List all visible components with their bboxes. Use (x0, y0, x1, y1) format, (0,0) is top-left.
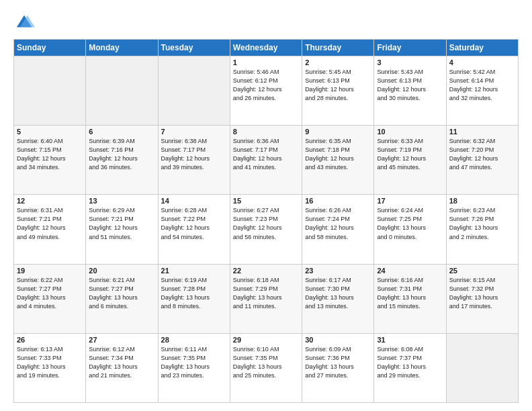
week-row-2: 5Sunrise: 6:40 AM Sunset: 7:15 PM Daylig… (14, 126, 519, 195)
calendar-cell: 1Sunrise: 5:46 AM Sunset: 6:12 PM Daylig… (230, 56, 302, 126)
calendar-cell: 7Sunrise: 6:38 AM Sunset: 7:17 PM Daylig… (158, 126, 230, 195)
day-info: Sunrise: 6:19 AM Sunset: 7:28 PM Dayligh… (161, 276, 227, 311)
logo (13, 12, 38, 34)
day-number: 21 (161, 267, 227, 275)
weekday-header-row: SundayMondayTuesdayWednesdayThursdayFrid… (14, 40, 519, 56)
day-info: Sunrise: 6:36 AM Sunset: 7:17 PM Dayligh… (233, 137, 299, 172)
header (13, 12, 519, 34)
weekday-friday: Friday (374, 40, 446, 56)
day-info: Sunrise: 6:18 AM Sunset: 7:29 PM Dayligh… (233, 276, 299, 311)
weekday-thursday: Thursday (302, 40, 374, 56)
calendar-cell: 21Sunrise: 6:19 AM Sunset: 7:28 PM Dayli… (158, 264, 230, 333)
day-info: Sunrise: 6:22 AM Sunset: 7:27 PM Dayligh… (17, 276, 83, 311)
day-number: 4 (449, 58, 515, 66)
calendar-cell: 13Sunrise: 6:29 AM Sunset: 7:21 PM Dayli… (86, 195, 158, 264)
day-info: Sunrise: 6:38 AM Sunset: 7:17 PM Dayligh… (161, 137, 227, 172)
day-info: Sunrise: 6:35 AM Sunset: 7:18 PM Dayligh… (305, 137, 371, 172)
calendar-cell: 16Sunrise: 6:26 AM Sunset: 7:24 PM Dayli… (302, 195, 374, 264)
day-info: Sunrise: 6:40 AM Sunset: 7:15 PM Dayligh… (17, 137, 83, 172)
day-number: 1 (233, 58, 299, 66)
day-number: 29 (233, 336, 299, 344)
weekday-monday: Monday (86, 40, 158, 56)
day-number: 6 (89, 128, 154, 136)
calendar-cell: 2Sunrise: 5:45 AM Sunset: 6:13 PM Daylig… (302, 56, 374, 126)
day-number: 7 (161, 128, 227, 136)
calendar-cell: 14Sunrise: 6:28 AM Sunset: 7:22 PM Dayli… (158, 195, 230, 264)
day-number: 5 (17, 128, 83, 136)
calendar-cell: 9Sunrise: 6:35 AM Sunset: 7:18 PM Daylig… (302, 126, 374, 195)
calendar-cell: 6Sunrise: 6:39 AM Sunset: 7:16 PM Daylig… (86, 126, 158, 195)
day-info: Sunrise: 6:39 AM Sunset: 7:16 PM Dayligh… (89, 137, 154, 172)
calendar-cell: 28Sunrise: 6:11 AM Sunset: 7:35 PM Dayli… (158, 333, 230, 402)
calendar-cell (158, 56, 230, 126)
calendar-cell: 27Sunrise: 6:12 AM Sunset: 7:34 PM Dayli… (86, 333, 158, 402)
calendar: SundayMondayTuesdayWednesdayThursdayFrid… (13, 39, 519, 403)
day-number: 16 (305, 197, 371, 205)
page: SundayMondayTuesdayWednesdayThursdayFrid… (0, 0, 532, 411)
day-info: Sunrise: 6:32 AM Sunset: 7:20 PM Dayligh… (449, 137, 515, 172)
day-number: 19 (17, 267, 83, 275)
weekday-sunday: Sunday (14, 40, 86, 56)
logo-icon (13, 12, 35, 34)
day-number: 20 (89, 267, 154, 275)
day-number: 12 (17, 197, 83, 205)
calendar-cell (446, 333, 518, 402)
week-row-3: 12Sunrise: 6:31 AM Sunset: 7:21 PM Dayli… (14, 195, 519, 264)
day-info: Sunrise: 6:21 AM Sunset: 7:27 PM Dayligh… (89, 276, 154, 311)
calendar-cell: 29Sunrise: 6:10 AM Sunset: 7:35 PM Dayli… (230, 333, 302, 402)
day-info: Sunrise: 6:26 AM Sunset: 7:24 PM Dayligh… (305, 206, 371, 241)
day-number: 25 (449, 267, 515, 275)
calendar-cell: 23Sunrise: 6:17 AM Sunset: 7:30 PM Dayli… (302, 264, 374, 333)
calendar-cell: 8Sunrise: 6:36 AM Sunset: 7:17 PM Daylig… (230, 126, 302, 195)
day-info: Sunrise: 6:09 AM Sunset: 7:36 PM Dayligh… (305, 345, 371, 380)
day-number: 14 (161, 197, 227, 205)
calendar-cell: 17Sunrise: 6:24 AM Sunset: 7:25 PM Dayli… (374, 195, 446, 264)
calendar-cell: 18Sunrise: 6:23 AM Sunset: 7:26 PM Dayli… (446, 195, 518, 264)
day-info: Sunrise: 6:08 AM Sunset: 7:37 PM Dayligh… (377, 345, 443, 380)
day-info: Sunrise: 6:11 AM Sunset: 7:35 PM Dayligh… (161, 345, 227, 380)
calendar-cell: 20Sunrise: 6:21 AM Sunset: 7:27 PM Dayli… (86, 264, 158, 333)
week-row-1: 1Sunrise: 5:46 AM Sunset: 6:12 PM Daylig… (14, 56, 519, 126)
day-number: 22 (233, 267, 299, 275)
day-info: Sunrise: 5:42 AM Sunset: 6:14 PM Dayligh… (449, 68, 515, 103)
calendar-cell: 5Sunrise: 6:40 AM Sunset: 7:15 PM Daylig… (14, 126, 86, 195)
day-number: 26 (17, 336, 83, 344)
day-number: 15 (233, 197, 299, 205)
calendar-cell: 10Sunrise: 6:33 AM Sunset: 7:19 PM Dayli… (374, 126, 446, 195)
day-info: Sunrise: 5:43 AM Sunset: 6:13 PM Dayligh… (377, 68, 443, 103)
calendar-cell: 31Sunrise: 6:08 AM Sunset: 7:37 PM Dayli… (374, 333, 446, 402)
day-info: Sunrise: 6:33 AM Sunset: 7:19 PM Dayligh… (377, 137, 443, 172)
weekday-wednesday: Wednesday (230, 40, 302, 56)
calendar-cell: 24Sunrise: 6:16 AM Sunset: 7:31 PM Dayli… (374, 264, 446, 333)
day-number: 2 (305, 58, 371, 66)
calendar-cell (86, 56, 158, 126)
day-info: Sunrise: 6:17 AM Sunset: 7:30 PM Dayligh… (305, 276, 371, 311)
day-info: Sunrise: 5:46 AM Sunset: 6:12 PM Dayligh… (233, 68, 299, 103)
day-number: 3 (377, 58, 443, 66)
calendar-cell: 26Sunrise: 6:13 AM Sunset: 7:33 PM Dayli… (14, 333, 86, 402)
day-number: 10 (377, 128, 443, 136)
week-row-5: 26Sunrise: 6:13 AM Sunset: 7:33 PM Dayli… (14, 333, 519, 402)
calendar-cell: 3Sunrise: 5:43 AM Sunset: 6:13 PM Daylig… (374, 56, 446, 126)
day-number: 30 (305, 336, 371, 344)
day-number: 27 (89, 336, 154, 344)
weekday-tuesday: Tuesday (158, 40, 230, 56)
calendar-cell (14, 56, 86, 126)
day-info: Sunrise: 6:23 AM Sunset: 7:26 PM Dayligh… (449, 206, 515, 241)
day-number: 13 (89, 197, 154, 205)
day-info: Sunrise: 6:12 AM Sunset: 7:34 PM Dayligh… (89, 345, 154, 380)
day-number: 18 (449, 197, 515, 205)
calendar-cell: 12Sunrise: 6:31 AM Sunset: 7:21 PM Dayli… (14, 195, 86, 264)
day-info: Sunrise: 6:24 AM Sunset: 7:25 PM Dayligh… (377, 206, 443, 241)
day-info: Sunrise: 5:45 AM Sunset: 6:13 PM Dayligh… (305, 68, 371, 103)
calendar-cell: 30Sunrise: 6:09 AM Sunset: 7:36 PM Dayli… (302, 333, 374, 402)
calendar-cell: 25Sunrise: 6:15 AM Sunset: 7:32 PM Dayli… (446, 264, 518, 333)
day-number: 23 (305, 267, 371, 275)
calendar-cell: 19Sunrise: 6:22 AM Sunset: 7:27 PM Dayli… (14, 264, 86, 333)
day-info: Sunrise: 6:27 AM Sunset: 7:23 PM Dayligh… (233, 206, 299, 241)
day-info: Sunrise: 6:10 AM Sunset: 7:35 PM Dayligh… (233, 345, 299, 380)
day-info: Sunrise: 6:29 AM Sunset: 7:21 PM Dayligh… (89, 206, 154, 241)
calendar-cell: 22Sunrise: 6:18 AM Sunset: 7:29 PM Dayli… (230, 264, 302, 333)
day-number: 24 (377, 267, 443, 275)
calendar-cell: 4Sunrise: 5:42 AM Sunset: 6:14 PM Daylig… (446, 56, 518, 126)
